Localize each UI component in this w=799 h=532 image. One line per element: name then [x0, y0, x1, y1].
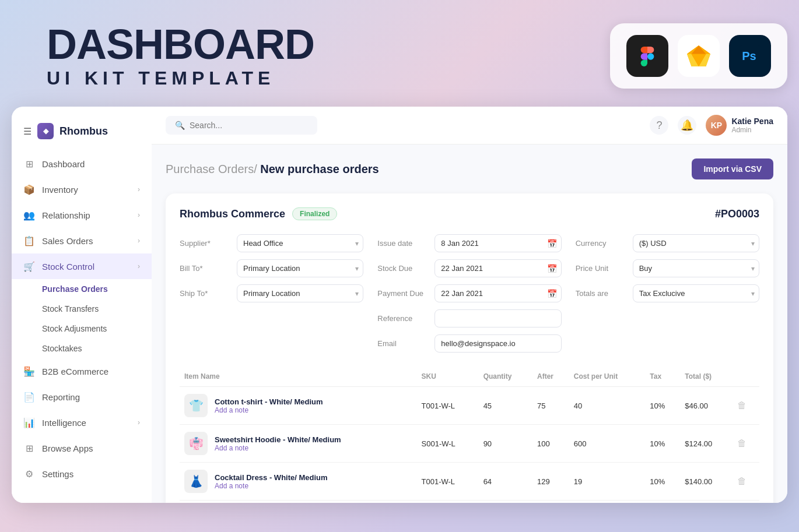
- notification-icon[interactable]: 🔔: [678, 116, 696, 135]
- form-col-1: Supplier* Head Office Bill To*: [180, 234, 363, 353]
- tool-icons: Ps: [610, 23, 787, 89]
- email-input[interactable]: [434, 334, 561, 353]
- payment-due-label: Payment Due: [377, 289, 430, 298]
- dashboard-title: DASHBOARD: [47, 23, 314, 65]
- po-card-header: Rhombus Commerce Finalized #PO0003: [180, 207, 759, 220]
- item-tax: 10%: [645, 387, 680, 425]
- po-card: Rhombus Commerce Finalized #PO0003 Suppl…: [166, 193, 773, 503]
- stock-due-row: Stock Due 📅: [377, 259, 561, 277]
- sidebar-item-label: Reporting: [42, 392, 80, 402]
- issue-date-input[interactable]: [434, 234, 561, 252]
- breadcrumb: Purchase Orders/ New purchase orders: [166, 163, 379, 176]
- item-quantity: 45: [479, 387, 532, 425]
- user-profile[interactable]: KP Katie Pena Admin: [706, 115, 773, 136]
- item-note[interactable]: Add a note: [215, 482, 328, 490]
- item-name-cell: 👕 Cotton t-shirt - White/ Medium Add a n…: [184, 394, 412, 417]
- sidebar-sub-purchase-orders[interactable]: Purchase Orders: [12, 279, 152, 299]
- item-total: $140.00: [680, 463, 733, 501]
- items-table: Item Name SKU Quantity After Cost per Un…: [180, 367, 759, 501]
- help-icon[interactable]: ?: [650, 116, 668, 135]
- bill-to-row: Bill To* Primary Location: [180, 259, 363, 277]
- sidebar-sub-stocktakes[interactable]: Stocktakes: [12, 339, 152, 358]
- sidebar-sub-stock-transfers[interactable]: Stock Transfers: [12, 299, 152, 319]
- col-header-tax: Tax: [645, 367, 680, 387]
- form-col-3: Currency ($) USD Price Unit: [576, 234, 759, 353]
- col-header-total: Total ($): [680, 367, 733, 387]
- totals-select[interactable]: Tax Exclucive: [633, 284, 759, 302]
- item-quantity: 64: [479, 463, 532, 501]
- currency-label: Currency: [576, 239, 628, 248]
- table-row: 👗 Cocktail Dress - White/ Medium Add a n…: [180, 463, 759, 501]
- photoshop-icon: Ps: [729, 35, 771, 77]
- currency-select[interactable]: ($) USD: [633, 234, 759, 252]
- figma-icon: [626, 35, 668, 77]
- delete-icon[interactable]: 🗑: [737, 476, 747, 486]
- sidebar-item-dashboard[interactable]: ⊞ Dashboard: [12, 151, 152, 177]
- supplier-select-wrapper: Head Office: [237, 234, 363, 252]
- item-name-cell: 👘 Sweetshirt Hoodie - White/ Medium Add …: [184, 432, 412, 455]
- email-label: Email: [377, 339, 430, 348]
- totals-label: Totals are: [576, 289, 628, 298]
- sidebar-item-relationship[interactable]: 👥 Relationship ›: [12, 202, 152, 228]
- ship-to-select[interactable]: Primary Location: [237, 284, 363, 302]
- col-header-cost: Cost per Unit: [569, 367, 645, 387]
- form-col-2: Issue date 📅 Stock Due 📅: [377, 234, 561, 353]
- topbar-right: ? 🔔 KP Katie Pena Admin: [650, 115, 773, 136]
- po-number: #PO0003: [715, 208, 759, 220]
- item-tax: 10%: [645, 425, 680, 463]
- breadcrumb-parent: Purchase Orders/: [166, 163, 257, 175]
- search-bar[interactable]: 🔍: [166, 116, 317, 135]
- sales-orders-icon: 📋: [23, 235, 35, 246]
- supplier-select[interactable]: Head Office: [237, 234, 363, 252]
- main-content: 🔍 ? 🔔 KP Katie Pena Admin: [152, 107, 787, 503]
- sidebar-item-settings[interactable]: ⚙ Settings: [12, 461, 152, 487]
- delete-icon[interactable]: 🗑: [737, 400, 747, 410]
- import-csv-button[interactable]: Import via CSV: [692, 158, 773, 179]
- sidebar-item-inventory[interactable]: 📦 Inventory ›: [12, 177, 152, 202]
- stock-due-input[interactable]: [434, 259, 561, 277]
- item-cost: 40: [569, 387, 645, 425]
- item-note[interactable]: Add a note: [215, 406, 323, 414]
- col-header-after: After: [532, 367, 569, 387]
- search-input[interactable]: [190, 121, 308, 130]
- po-company-name: Rhombus Commerce: [180, 208, 285, 220]
- item-note[interactable]: Add a note: [215, 444, 341, 452]
- status-badge: Finalized: [292, 207, 337, 220]
- dashboard-subtitle: UI KIT TEMPLATE: [47, 68, 314, 89]
- settings-icon: ⚙: [23, 468, 35, 480]
- chevron-icon: ›: [138, 418, 140, 427]
- item-tax: 10%: [645, 463, 680, 501]
- reporting-icon: 📄: [23, 391, 35, 403]
- price-unit-select[interactable]: Buy: [633, 259, 759, 277]
- delete-icon[interactable]: 🗑: [737, 438, 747, 448]
- item-thumbnail: 👕: [184, 394, 208, 417]
- sidebar-item-b2b[interactable]: 🏪 B2B eCommerce: [12, 358, 152, 384]
- supplier-row: Supplier* Head Office: [180, 234, 363, 252]
- stock-due-label: Stock Due: [377, 264, 430, 273]
- sidebar-item-stock-control[interactable]: 🛒 Stock Control ›: [12, 253, 152, 279]
- hamburger-icon[interactable]: ☰: [23, 126, 31, 137]
- dashboard-container: ☰ ◆ Rhombus ⊞ Dashboard 📦 Inventory ›: [12, 107, 787, 503]
- brand-title: DASHBOARD UI KIT TEMPLATE: [47, 23, 314, 89]
- sidebar-item-reporting[interactable]: 📄 Reporting: [12, 384, 152, 410]
- table-row: 👘 Sweetshirt Hoodie - White/ Medium Add …: [180, 425, 759, 463]
- sidebar: ☰ ◆ Rhombus ⊞ Dashboard 📦 Inventory ›: [12, 107, 152, 503]
- page-header: Purchase Orders/ New purchase orders Imp…: [166, 158, 773, 179]
- relationship-icon: 👥: [23, 209, 35, 221]
- issue-date-wrapper: 📅: [434, 234, 561, 252]
- sidebar-item-label: Stock Control: [42, 262, 94, 272]
- reference-row: Reference: [377, 309, 561, 327]
- payment-due-row: Payment Due 📅: [377, 284, 561, 302]
- bill-to-label: Bill To*: [180, 264, 232, 273]
- sidebar-item-label: Settings: [42, 469, 73, 479]
- sidebar-sub-stock-adjustments[interactable]: Stock Adjusments: [12, 319, 152, 339]
- item-sku: S001-W-L: [417, 425, 479, 463]
- col-header-quantity: Quantity: [479, 367, 532, 387]
- stock-due-wrapper: 📅: [434, 259, 561, 277]
- sidebar-item-sales-orders[interactable]: 📋 Sales Orders ›: [12, 228, 152, 253]
- bill-to-select[interactable]: Primary Location: [237, 259, 363, 277]
- sidebar-item-intelligence[interactable]: 📊 Intelligence ›: [12, 410, 152, 435]
- sidebar-item-browse-apps[interactable]: ⊞ Browse Apps: [12, 435, 152, 461]
- reference-input[interactable]: [434, 309, 561, 327]
- payment-due-input[interactable]: [434, 284, 561, 302]
